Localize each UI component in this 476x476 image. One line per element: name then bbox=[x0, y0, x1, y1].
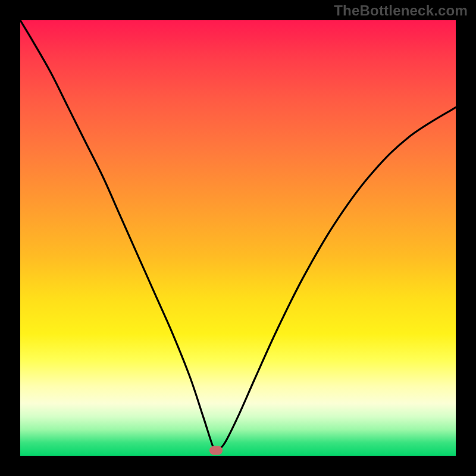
optimal-point-marker bbox=[209, 446, 223, 455]
plot-area bbox=[20, 20, 456, 456]
curve-layer bbox=[20, 20, 456, 456]
chart-frame: TheBottleneck.com bbox=[0, 0, 476, 476]
watermark-text: TheBottleneck.com bbox=[334, 2, 468, 19]
bottleneck-curve bbox=[20, 20, 456, 452]
